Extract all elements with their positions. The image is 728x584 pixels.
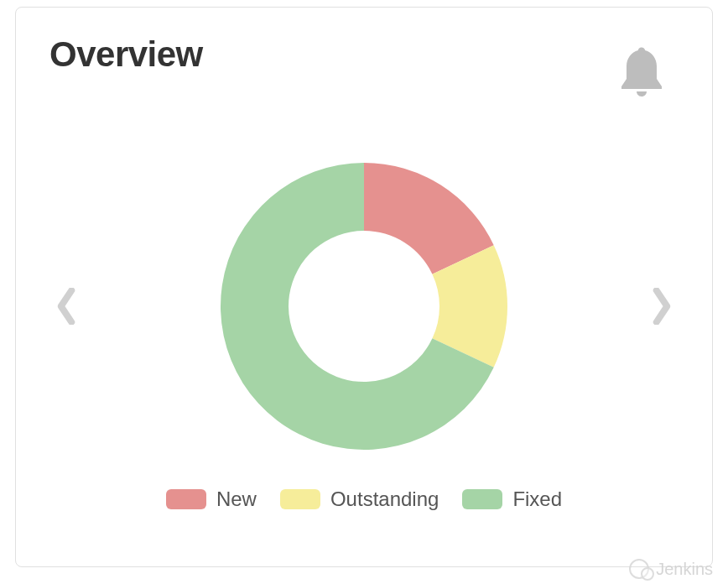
next-button[interactable]	[650, 288, 673, 325]
legend-item-outstanding[interactable]: Outstanding	[280, 488, 439, 511]
donut-chart	[213, 155, 515, 457]
overview-card: Overview NewOutstandingFixed	[15, 7, 713, 567]
legend-swatch	[280, 489, 320, 509]
legend-label: Outstanding	[330, 488, 439, 511]
prev-button[interactable]	[55, 288, 78, 325]
legend-item-new[interactable]: New	[166, 488, 257, 511]
notifications-button[interactable]	[611, 34, 679, 105]
legend-swatch	[462, 489, 502, 509]
card-header: Overview	[16, 8, 712, 105]
legend-swatch	[166, 489, 206, 509]
legend-item-fixed[interactable]: Fixed	[462, 488, 562, 511]
legend-label: Fixed	[512, 488, 562, 511]
legend: NewOutstandingFixed	[16, 488, 712, 511]
chart-area	[16, 155, 712, 457]
bell-icon	[611, 41, 672, 102]
page-title: Overview	[49, 34, 203, 75]
legend-label: New	[216, 488, 257, 511]
